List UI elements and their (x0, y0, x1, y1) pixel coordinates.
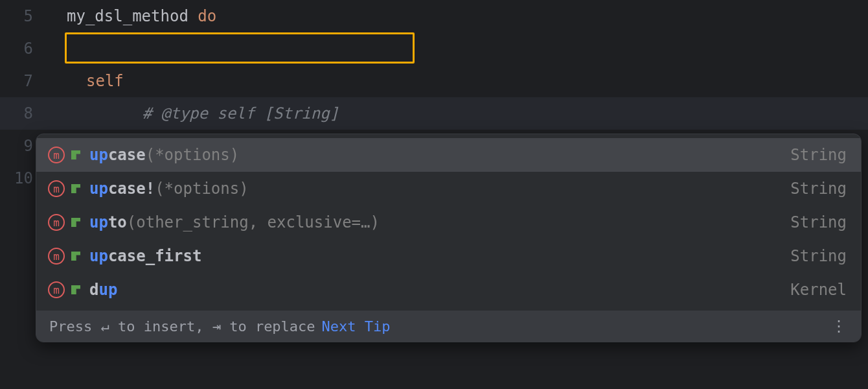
visibility-icon (71, 184, 80, 193)
more-menu-icon[interactable]: ⋮ (831, 317, 848, 335)
visibility-icon (71, 285, 80, 294)
completion-label: dup (89, 281, 117, 299)
next-tip-link[interactable]: Next Tip (322, 318, 391, 335)
method-icon: m (48, 214, 65, 231)
code-line-6[interactable]: # @type self [String] (49, 32, 868, 65)
completion-popup[interactable]: m upcase(*options) String m upcase!(*opt… (36, 134, 862, 342)
completion-label: upcase!(*options) (89, 180, 249, 198)
completion-label: upto(other_string, exclusive=…) (89, 213, 380, 231)
visibility-icon (71, 252, 80, 261)
method-icon: m (48, 147, 65, 163)
line-number: 10 (14, 162, 33, 194)
method-icon: m (48, 281, 65, 298)
code-line-7[interactable]: self (49, 65, 868, 97)
keyword-do: do (188, 7, 216, 25)
visibility-icon (71, 150, 80, 159)
method-icon: m (48, 248, 65, 265)
completion-item-dup[interactable]: m dup Kernel (36, 273, 861, 307)
method-icon: m (48, 180, 65, 197)
line-number: 9 (24, 130, 33, 162)
annotation-highlight (65, 32, 415, 64)
completion-type: String (790, 146, 847, 164)
completion-type: Kernel (790, 281, 847, 299)
line-number: 7 (24, 65, 33, 97)
visibility-icon (71, 218, 80, 227)
footer-hint: Press ↵ to insert, ⇥ to replace (49, 318, 315, 335)
completion-label: upcase_first (89, 247, 201, 265)
completion-label: upcase(*options) (89, 146, 239, 164)
completion-list[interactable]: m upcase(*options) String m upcase!(*opt… (36, 134, 861, 311)
completion-type: String (790, 247, 847, 265)
completion-item-upcase-first[interactable]: m upcase_first String (36, 239, 861, 273)
code-line-8[interactable]: up (49, 97, 868, 130)
line-number: 5 (24, 0, 33, 32)
completion-item-upcase[interactable]: m upcase(*options) String (36, 138, 861, 172)
completion-type: String (790, 213, 847, 231)
line-number: 6 (24, 32, 33, 65)
completion-footer: Press ↵ to insert, ⇥ to replace Next Tip… (36, 311, 861, 342)
completion-item-upto[interactable]: m upto(other_string, exclusive=…) String (36, 206, 861, 239)
completion-type: String (790, 180, 847, 198)
code-line-5[interactable]: my_dsl_method do (49, 0, 868, 32)
line-number: 8 (24, 97, 33, 130)
identifier: my_dsl_method (67, 7, 188, 25)
completion-item-upcase-bang[interactable]: m upcase!(*options) String (36, 172, 861, 206)
current-line-highlight (0, 97, 868, 130)
